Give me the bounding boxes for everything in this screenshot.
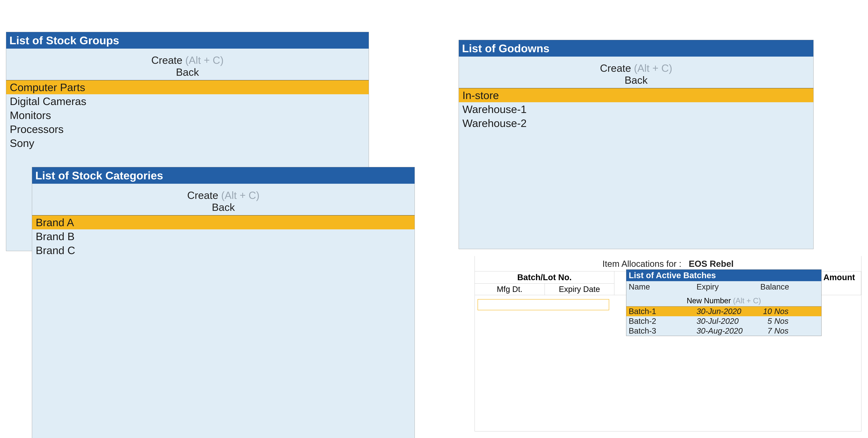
list-item[interactable]: Processors (6, 122, 369, 136)
batch-qty: 10 (760, 307, 774, 316)
batch-qty: 5 (760, 317, 774, 326)
col-amount-label: Amount (817, 271, 861, 295)
batch-expiry: 30-Jun-2020 (696, 307, 760, 316)
list-item[interactable]: Warehouse-2 (459, 116, 813, 130)
list-item[interactable]: Digital Cameras (6, 94, 369, 108)
col-expiry-label: Expiry Date (545, 283, 614, 295)
godowns-title: List of Godowns (459, 40, 813, 57)
godowns-panel: List of Godowns Create (Alt + C) Back In… (459, 40, 813, 249)
batch-name: Batch-3 (629, 327, 696, 335)
col-batch: Batch/Lot No. Mfg Dt. Expiry Date (475, 271, 614, 295)
create-button[interactable]: Create (Alt + C) (459, 62, 813, 74)
godowns-list: In-store Warehouse-1 Warehouse-2 (459, 88, 813, 130)
list-item[interactable]: Warehouse-1 (459, 102, 813, 116)
batch-expiry: 30-Aug-2020 (696, 327, 760, 335)
stock-categories-title: List of Stock Categories (32, 167, 414, 184)
stock-groups-title: List of Stock Groups (6, 32, 369, 48)
col-batch-label: Batch/Lot No. (475, 271, 614, 283)
batch-input[interactable] (477, 299, 609, 310)
list-item[interactable]: Brand C (32, 243, 414, 257)
col-name-label: Name (629, 282, 696, 291)
create-label: Create (600, 62, 631, 74)
back-button[interactable]: Back (6, 66, 369, 78)
list-item[interactable]: Brand B (32, 229, 414, 243)
batch-unit: Nos (774, 317, 819, 326)
create-button[interactable]: Create (Alt + C) (32, 189, 414, 201)
back-button[interactable]: Back (459, 74, 813, 86)
stock-categories-list: Brand A Brand B Brand C (32, 215, 414, 257)
stock-categories-top: Create (Alt + C) Back (32, 184, 414, 215)
batch-expiry: 30-Jul-2020 (696, 317, 760, 326)
create-button[interactable]: Create (Alt + C) (6, 54, 369, 66)
list-item[interactable]: Computer Parts (6, 80, 369, 94)
new-number-shortcut: (Alt + C) (733, 297, 761, 305)
alloc-item-name: EOS Rebel (689, 259, 734, 269)
alloc-title-prefix: Item Allocations for : (602, 259, 681, 269)
list-item[interactable]: In-store (459, 88, 813, 102)
create-shortcut: (Alt + C) (221, 190, 259, 201)
col-expiry-label: Expiry (696, 282, 760, 291)
list-item[interactable]: Sony (6, 136, 369, 150)
batch-row[interactable]: Batch-3 30-Aug-2020 7 Nos (626, 326, 822, 336)
new-number-label: New Number (687, 297, 731, 305)
batch-unit: Nos (774, 327, 819, 335)
batch-qty: 7 (760, 327, 774, 335)
batch-row[interactable]: Batch-2 30-Jul-2020 5 Nos (626, 316, 822, 326)
batch-name: Batch-1 (629, 307, 696, 316)
create-label: Create (151, 55, 182, 66)
batch-name: Batch-2 (629, 317, 696, 326)
active-batches-panel: List of Active Batches Name Expiry Balan… (626, 269, 822, 336)
stock-categories-panel: List of Stock Categories Create (Alt + C… (32, 167, 415, 438)
active-batches-columns: Name Expiry Balance (626, 281, 822, 293)
new-number-button[interactable]: New Number (Alt + C) (626, 293, 822, 306)
col-balance-label: Balance (760, 282, 819, 291)
stock-groups-top: Create (Alt + C) Back (6, 48, 369, 80)
col-mfg-label: Mfg Dt. (475, 283, 545, 295)
batch-unit: Nos (774, 307, 819, 316)
active-batches-list: Batch-1 30-Jun-2020 10 Nos Batch-2 30-Ju… (626, 306, 822, 336)
create-label: Create (187, 190, 218, 201)
item-allocations-title: Item Allocations for : EOS Rebel (475, 256, 861, 271)
back-button[interactable]: Back (32, 201, 414, 213)
create-shortcut: (Alt + C) (185, 55, 223, 66)
list-item[interactable]: Brand A (32, 215, 414, 229)
batch-row[interactable]: Batch-1 30-Jun-2020 10 Nos (626, 306, 822, 316)
active-batches-title: List of Active Batches (626, 270, 822, 281)
list-item[interactable]: Monitors (6, 108, 369, 122)
create-shortcut: (Alt + C) (634, 62, 672, 74)
stock-groups-list: Computer Parts Digital Cameras Monitors … (6, 80, 369, 150)
godowns-top: Create (Alt + C) Back (459, 57, 813, 88)
